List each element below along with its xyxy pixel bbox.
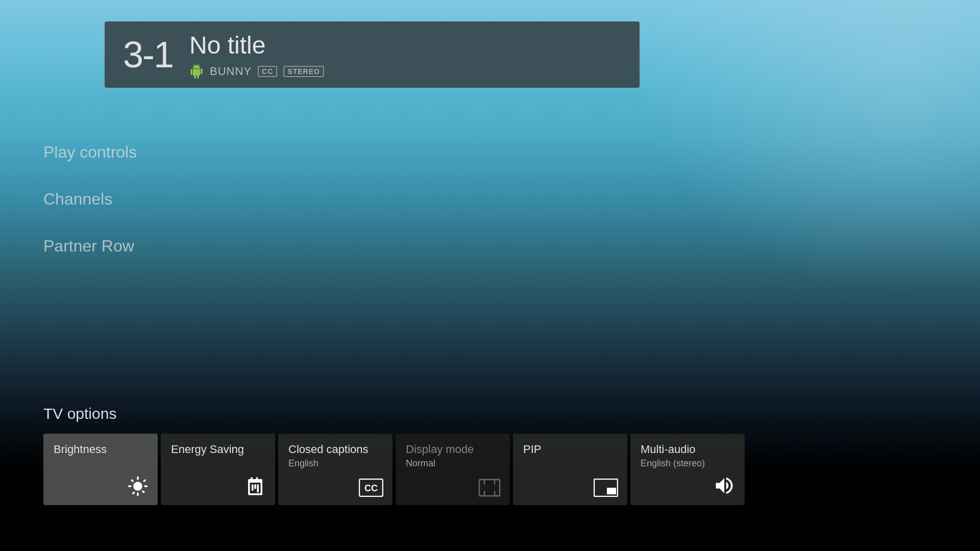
- sidebar: Play controls Channels Partner Row: [43, 143, 137, 256]
- multi-audio-icon: [713, 474, 736, 497]
- display-mode-sublabel: Normal: [406, 458, 500, 469]
- svg-text:CC: CC: [364, 483, 378, 493]
- android-icon: [189, 64, 204, 79]
- brightness-icon: [127, 475, 149, 497]
- brightness-label: Brightness: [54, 443, 148, 456]
- closed-captions-label: Closed captions: [288, 443, 382, 456]
- display-mode-icon: [478, 479, 501, 497]
- tile-display-mode[interactable]: Display mode Normal: [396, 434, 510, 505]
- sidebar-item-channels-label: Channels: [43, 190, 112, 208]
- multi-audio-sublabel: English (stereo): [641, 458, 734, 469]
- sidebar-item-partner-row[interactable]: Partner Row: [43, 237, 137, 256]
- svg-rect-7: [607, 488, 616, 494]
- cc-badge: CC: [258, 66, 277, 77]
- channel-info: No title BUNNY CC STEREO: [189, 31, 324, 79]
- tv-options-section: TV options Brightness Energy Saving: [43, 405, 980, 505]
- multi-audio-label: Multi-audio: [641, 443, 734, 456]
- energy-saving-label: Energy Saving: [171, 443, 265, 456]
- sidebar-item-partner-row-label: Partner Row: [43, 237, 134, 255]
- closed-captions-sublabel: English: [288, 458, 382, 469]
- sidebar-item-channels[interactable]: Channels: [43, 190, 137, 209]
- tile-pip[interactable]: PIP: [513, 434, 627, 505]
- svg-rect-5: [479, 480, 500, 496]
- options-grid: Brightness Energy Saving: [43, 434, 980, 505]
- tile-closed-captions[interactable]: Closed captions English CC: [278, 434, 393, 505]
- channel-title: No title: [189, 31, 324, 59]
- sidebar-item-play-controls[interactable]: Play controls: [43, 143, 137, 162]
- display-mode-label: Display mode: [406, 443, 500, 456]
- cc-tile-icon: CC: [359, 479, 383, 497]
- channel-bar: 3-1 No title BUNNY CC STEREO: [105, 21, 640, 88]
- svg-rect-1: [254, 485, 256, 489]
- energy-saving-icon: [244, 475, 266, 497]
- stereo-badge: STEREO: [283, 66, 324, 77]
- pip-label: PIP: [523, 443, 617, 456]
- svg-rect-0: [252, 485, 254, 491]
- channel-number: 3-1: [123, 34, 173, 76]
- pip-icon: [594, 479, 618, 497]
- tv-options-title: TV options: [43, 405, 980, 422]
- sidebar-item-play-controls-label: Play controls: [43, 143, 137, 161]
- tile-brightness[interactable]: Brightness: [43, 434, 158, 505]
- channel-name: BUNNY: [210, 65, 252, 78]
- tile-multi-audio[interactable]: Multi-audio English (stereo): [630, 434, 745, 505]
- svg-rect-2: [257, 485, 259, 493]
- channel-meta: BUNNY CC STEREO: [189, 64, 324, 79]
- main-content: 3-1 No title BUNNY CC STEREO Play contro…: [0, 0, 980, 551]
- tile-energy-saving[interactable]: Energy Saving: [161, 434, 275, 505]
